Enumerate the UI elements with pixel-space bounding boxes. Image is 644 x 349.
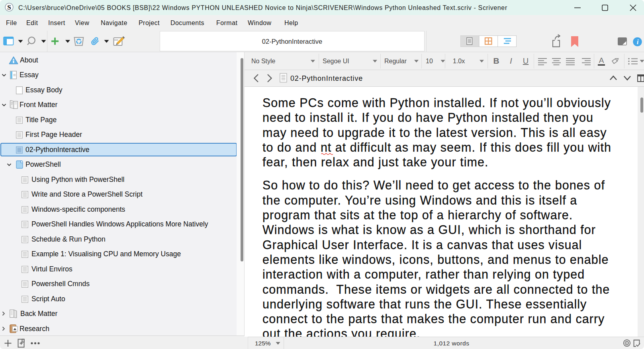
svg-text:S: S: [7, 4, 11, 11]
svg-text:i: i: [637, 38, 639, 46]
svg-text:U: U: [523, 57, 529, 65]
svg-text:A: A: [599, 56, 604, 64]
svg-text:I: I: [510, 56, 512, 65]
svg-text:B: B: [493, 56, 499, 65]
